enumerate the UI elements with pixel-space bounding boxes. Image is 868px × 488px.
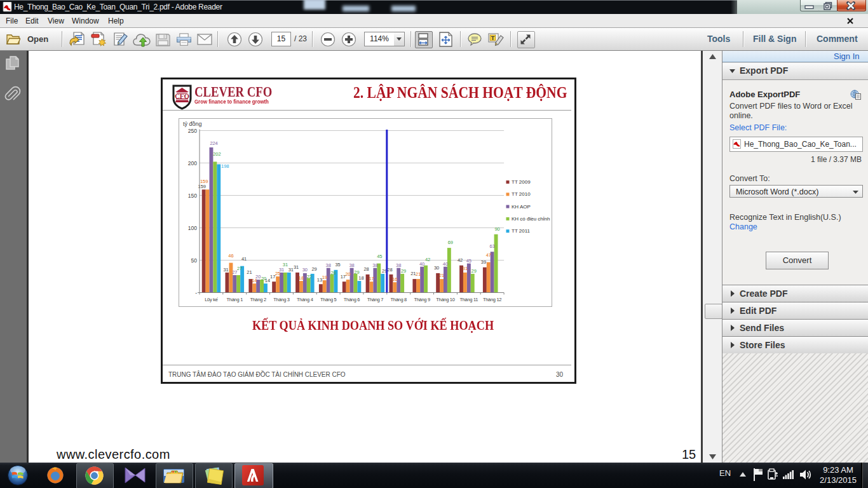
svg-text:Tháng 2: Tháng 2 bbox=[250, 297, 266, 302]
svg-text:198: 198 bbox=[221, 163, 229, 169]
svg-text:40: 40 bbox=[443, 261, 448, 267]
svg-text:28: 28 bbox=[331, 270, 336, 276]
svg-text:tỷ đồng: tỷ đồng bbox=[183, 121, 202, 127]
svg-text:29: 29 bbox=[354, 269, 359, 275]
svg-text:TT 2010: TT 2010 bbox=[512, 191, 531, 197]
svg-text:31: 31 bbox=[463, 266, 468, 271]
svg-text:Tháng 10: Tháng 10 bbox=[436, 297, 454, 302]
svg-text:Tháng 9: Tháng 9 bbox=[414, 297, 430, 302]
svg-text:200: 200 bbox=[188, 160, 197, 166]
svg-text:27: 27 bbox=[237, 266, 242, 271]
svg-text:30: 30 bbox=[434, 265, 439, 271]
svg-text:KH AOP: KH AOP bbox=[512, 204, 531, 210]
svg-text:31: 31 bbox=[294, 264, 299, 270]
svg-text:-: - bbox=[195, 290, 197, 296]
svg-text:45: 45 bbox=[377, 254, 382, 259]
svg-text:250: 250 bbox=[188, 128, 197, 134]
svg-text:150: 150 bbox=[188, 193, 197, 199]
svg-text:Tháng 8: Tháng 8 bbox=[390, 297, 407, 302]
svg-text:20: 20 bbox=[255, 274, 261, 280]
svg-text:90: 90 bbox=[495, 226, 500, 232]
svg-text:Tháng 3: Tháng 3 bbox=[273, 297, 290, 302]
svg-text:224: 224 bbox=[210, 140, 217, 146]
svg-text:31: 31 bbox=[223, 267, 228, 273]
svg-text:Tháng 7: Tháng 7 bbox=[367, 297, 384, 302]
svg-text:Tháng 11: Tháng 11 bbox=[459, 297, 478, 302]
svg-text:100: 100 bbox=[188, 225, 197, 231]
svg-text:CFO: CFO bbox=[175, 92, 190, 100]
svg-text:16: 16 bbox=[392, 276, 397, 282]
svg-text:29: 29 bbox=[401, 268, 406, 274]
svg-text:KH có điều chỉnh: KH có điều chỉnh bbox=[512, 216, 550, 222]
svg-text:Lũy kế: Lũy kế bbox=[205, 297, 218, 302]
svg-text:46: 46 bbox=[228, 253, 233, 259]
svg-text:21: 21 bbox=[247, 269, 252, 275]
svg-text:42: 42 bbox=[458, 257, 463, 263]
svg-text:69: 69 bbox=[448, 240, 453, 245]
svg-text:Tháng 1: Tháng 1 bbox=[227, 297, 243, 302]
svg-text:30: 30 bbox=[302, 267, 308, 273]
svg-text:Tháng 5: Tháng 5 bbox=[320, 297, 337, 302]
svg-text:29: 29 bbox=[312, 266, 317, 272]
svg-text:39: 39 bbox=[481, 259, 486, 265]
svg-text:29: 29 bbox=[471, 268, 477, 274]
svg-text:17: 17 bbox=[369, 276, 374, 281]
svg-text:14: 14 bbox=[265, 278, 270, 283]
svg-text:Tháng 4: Tháng 4 bbox=[297, 297, 313, 302]
svg-text:22: 22 bbox=[307, 274, 312, 280]
svg-text:38: 38 bbox=[372, 262, 377, 268]
svg-text:159: 159 bbox=[200, 179, 208, 184]
svg-text:50: 50 bbox=[191, 257, 198, 264]
svg-text:202: 202 bbox=[213, 151, 220, 157]
svg-text:18: 18 bbox=[299, 275, 304, 281]
svg-text:21: 21 bbox=[416, 271, 421, 277]
svg-text:28: 28 bbox=[387, 267, 392, 273]
svg-text:Tháng 6: Tháng 6 bbox=[344, 297, 360, 302]
svg-text:T: T bbox=[491, 35, 495, 41]
svg-text:31: 31 bbox=[283, 262, 288, 268]
svg-text:38: 38 bbox=[396, 262, 401, 268]
svg-text:21: 21 bbox=[439, 273, 444, 278]
svg-text:20: 20 bbox=[346, 271, 351, 277]
svg-text:40: 40 bbox=[419, 261, 424, 267]
svg-text:TT 2009: TT 2009 bbox=[512, 179, 531, 185]
svg-text:38: 38 bbox=[326, 262, 331, 268]
svg-text:35: 35 bbox=[335, 262, 340, 268]
svg-text:31: 31 bbox=[288, 267, 294, 273]
svg-text:19: 19 bbox=[322, 274, 327, 280]
svg-text:41: 41 bbox=[241, 256, 247, 262]
svg-text:63: 63 bbox=[490, 243, 495, 249]
svg-text:159: 159 bbox=[198, 184, 206, 189]
svg-text:47: 47 bbox=[486, 252, 491, 258]
svg-text:31: 31 bbox=[279, 267, 284, 273]
svg-text:45: 45 bbox=[466, 258, 471, 264]
svg-text:28: 28 bbox=[364, 266, 369, 272]
svg-text:38: 38 bbox=[349, 262, 355, 268]
svg-text:Tháng 12: Tháng 12 bbox=[483, 297, 501, 302]
svg-text:42: 42 bbox=[425, 257, 430, 262]
svg-text:18: 18 bbox=[358, 275, 363, 281]
svg-text:TT 2011: TT 2011 bbox=[512, 228, 531, 234]
